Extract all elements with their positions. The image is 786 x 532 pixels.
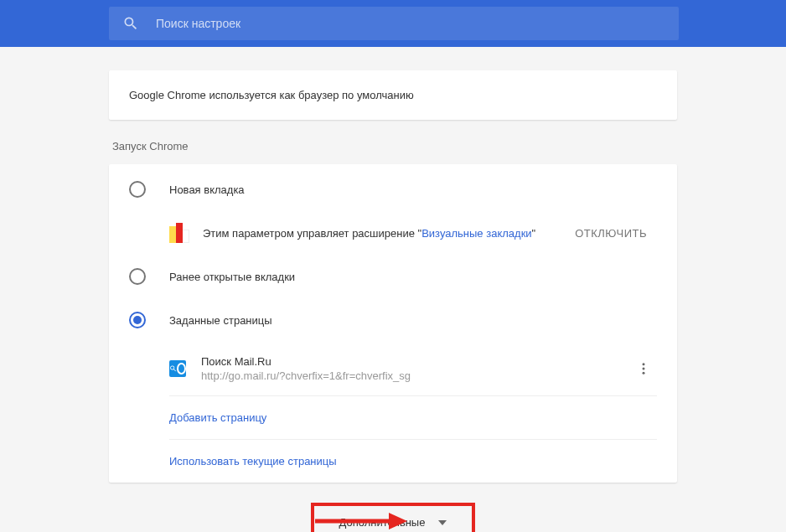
search-box[interactable] bbox=[109, 7, 679, 40]
search-input[interactable] bbox=[156, 17, 665, 30]
extension-icon bbox=[169, 223, 189, 243]
startup-card: Новая вкладка Этим параметром управляет … bbox=[109, 164, 677, 483]
page-info: Поиск Mail.Ru http://go.mail.ru/?chverfi… bbox=[201, 355, 630, 382]
page-title: Поиск Mail.Ru bbox=[201, 355, 630, 368]
use-current-pages-link[interactable]: Использовать текущие страницы bbox=[169, 440, 657, 483]
content-area: Google Chrome используется как браузер п… bbox=[0, 47, 786, 532]
search-icon bbox=[122, 15, 139, 32]
svg-point-0 bbox=[643, 363, 645, 365]
radio-icon bbox=[129, 181, 146, 198]
arrow-annotation bbox=[315, 511, 407, 531]
radio-row-continue[interactable]: Ранее открытые вкладки bbox=[109, 255, 677, 298]
default-browser-text: Google Chrome используется как браузер п… bbox=[129, 89, 414, 101]
radio-icon-selected bbox=[129, 312, 146, 328]
disable-extension-button[interactable]: ОТКЛЮЧИТЬ bbox=[575, 227, 647, 240]
page-favicon bbox=[169, 360, 186, 377]
startup-page-item: Поиск Mail.Ru http://go.mail.ru/?chverfi… bbox=[169, 342, 657, 396]
extension-name-link[interactable]: Визуальные закладки bbox=[421, 227, 531, 240]
more-vert-icon bbox=[636, 361, 651, 376]
add-page-link[interactable]: Добавить страницу bbox=[169, 396, 657, 440]
svg-marker-4 bbox=[389, 513, 407, 529]
svg-point-2 bbox=[643, 372, 645, 374]
extension-notice-text: Этим параметром управляет расширение "Ви… bbox=[203, 227, 575, 240]
additional-row: Дополнительные bbox=[109, 503, 677, 532]
radio-row-new-tab[interactable]: Новая вкладка bbox=[109, 168, 677, 211]
svg-point-1 bbox=[643, 368, 645, 370]
extension-notice: Этим параметром управляет расширение "Ви… bbox=[109, 211, 677, 255]
chevron-down-icon bbox=[438, 520, 447, 525]
radio-icon bbox=[129, 268, 146, 285]
radio-label: Ранее открытые вкладки bbox=[169, 271, 295, 283]
page-more-button[interactable] bbox=[630, 355, 657, 382]
header-bar bbox=[0, 0, 786, 47]
startup-pages-list: Поиск Mail.Ru http://go.mail.ru/?chverfi… bbox=[109, 342, 677, 483]
startup-section-title: Запуск Chrome bbox=[112, 140, 677, 152]
svg-marker-5 bbox=[438, 520, 447, 525]
radio-label: Заданные страницы bbox=[169, 314, 272, 327]
radio-label: Новая вкладка bbox=[169, 183, 245, 196]
radio-row-specific[interactable]: Заданные страницы bbox=[109, 298, 677, 342]
default-browser-card: Google Chrome используется как браузер п… bbox=[109, 70, 677, 120]
page-url: http://go.mail.ru/?chverfix=1&fr=chverfi… bbox=[201, 369, 630, 382]
